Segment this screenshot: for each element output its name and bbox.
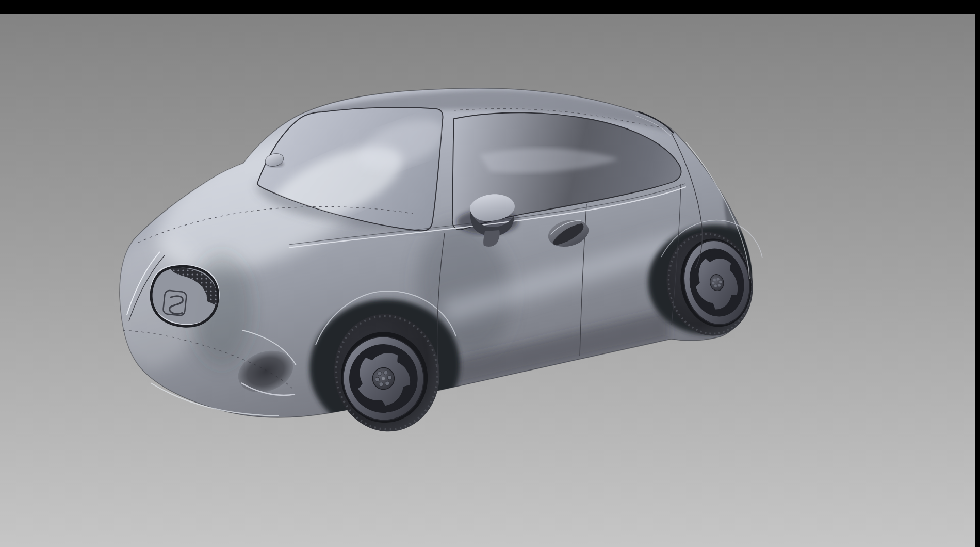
top-black-bar: [0, 0, 980, 14]
car-model-canvas[interactable]: [0, 0, 980, 547]
right-black-bar: [975, 0, 980, 547]
cad-application-window: [0, 0, 980, 547]
3d-viewport[interactable]: [0, 0, 980, 547]
front-grille[interactable]: [151, 265, 219, 326]
car-model[interactable]: [97, 88, 782, 441]
